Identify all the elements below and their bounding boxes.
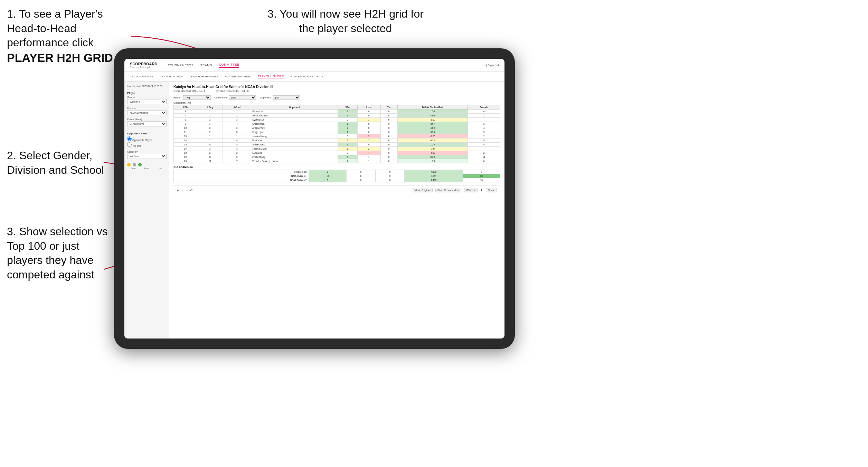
table-row: 522 Alexis Sudjianto 100 4.003 (174, 114, 500, 118)
back-icon[interactable]: ‹ (182, 189, 183, 192)
opponent-view-title: Opponent view (127, 132, 167, 135)
subnav-team-h2h-grid[interactable]: TEAM H2H GRID (160, 75, 183, 78)
download-icon[interactable]: ⬇ (480, 189, 483, 192)
out-div-row: NAIA Division 1 15 0 0 9.267 30 (174, 174, 500, 178)
player-rank-select[interactable]: 8. Katelyn Vo (127, 121, 167, 126)
col-rounds: Rounds (468, 105, 500, 109)
col-opponent: Opponent (251, 105, 338, 109)
tablet-frame: SCOREBOARD Powered by clippd TOURNAMENTS… (114, 48, 515, 349)
gender-select[interactable]: Women's Men's (127, 99, 167, 104)
save-custom-btn[interactable]: Save Custom View (435, 188, 461, 192)
colour-label: Colour by (127, 151, 167, 153)
legend-dots (127, 163, 167, 166)
table-row: 311 Esther Lee 100 1.504 (174, 109, 500, 114)
timestamp: Last Updated: 27/03/2024 16:55:38 (127, 85, 167, 87)
col-win: Win (338, 105, 357, 109)
out-div-table: Foreign Team 1 0 0 4.500 2 NAIA Division… (173, 170, 500, 182)
col-div: # Div (174, 105, 197, 109)
filter-row: Region (All) Conference (All) Opponent (… (173, 95, 500, 100)
bottom-toolbar: ↩ ‹ › ↺ ⋯ View: Original Save Custom Vie… (173, 185, 500, 195)
filter-region-label: Region (173, 96, 181, 99)
main-content: Last Updated: 27/03/2024 16:55:38 Player… (124, 82, 504, 339)
subnav-team-summary[interactable]: TEAM SUMMARY (130, 75, 154, 78)
right-panel: Katelyn Vo Head-to-Head Grid for Women's… (169, 82, 504, 339)
col-diff: Diff Av Strokes/Rnd (397, 105, 468, 109)
filter-conference-select[interactable]: (All) (229, 95, 256, 100)
undo-icon[interactable]: ↩ (177, 189, 180, 192)
subnav-team-h2h-heatmap[interactable]: TEAM H2H HEATMAP (189, 75, 219, 78)
table-row: 1585 Stella Cheng 100 1.254 (174, 143, 500, 147)
filter-region-select[interactable]: (All) (183, 95, 211, 100)
legend-labels: Down Level Up (127, 167, 167, 169)
table-row: 1474 Eunice Yi 220 0.389 (174, 139, 500, 143)
grid-title: Katelyn Vo Head-to-Head Grid for Women's… (173, 85, 500, 89)
legend-dot-level (133, 163, 136, 166)
colour-select[interactable]: Win/loss (127, 154, 167, 159)
player-section-title: Player (127, 92, 167, 95)
gender-label: Gender (127, 96, 167, 98)
forward-icon[interactable]: › (186, 189, 187, 192)
col-conf: # Conf (223, 105, 251, 109)
instruction-step2: 2. Select Gender, Division and School (7, 149, 107, 177)
nav-item-teams[interactable]: TEAMS (200, 64, 212, 67)
opponents-label: Opponents: (All) (173, 102, 500, 104)
out-div-table-body: Foreign Team 1 0 0 4.500 2 NAIA Division… (174, 170, 500, 182)
share-btn[interactable]: Share (486, 188, 497, 192)
table-row: 19106 Emily Chang 410 0.3011 (174, 155, 500, 159)
grid-records: Overall Record: 353 - 34 - 6 Division Re… (173, 89, 500, 93)
radio-top100[interactable]: Top 100 (127, 142, 167, 147)
h2h-table-body: 311 Esther Lee 100 1.504 522 Alexis Sudj… (174, 109, 500, 163)
col-tie: Tie (380, 105, 397, 109)
col-reg: # Reg (197, 105, 223, 109)
table-row: 1063 Andrea York 200 4.004 (174, 126, 500, 130)
division-label: Division (127, 107, 167, 109)
nav-item-tournaments[interactable]: TOURNAMENTS (168, 64, 194, 67)
col-loss: Loss (357, 105, 380, 109)
legend-dot-down (127, 163, 131, 166)
h2h-header-row: # Div # Reg # Conf Opponent Win Loss Tie… (174, 105, 500, 109)
tablet-screen: SCOREBOARD Powered by clippd TOURNAMENTS… (124, 59, 504, 339)
table-row: 20117 Federica Domecq Lacroze 210 1.336 (174, 159, 500, 163)
table-row: 1125 Heejo Hyun 100 3.333 (174, 130, 500, 134)
player-rank-label: Player (Rank) (127, 118, 167, 121)
legend-dot-up (138, 163, 142, 166)
colour-section: Colour by Win/loss Down Level Up (127, 151, 167, 169)
instruction-step3-right: 3. You will now see H2H grid for the pla… (259, 7, 432, 36)
reset-icon[interactable]: ↺ (190, 189, 193, 192)
app-logo: SCOREBOARD Powered by clippd (130, 62, 157, 68)
table-row: 914 Sharon Mun 100 3.673 (174, 122, 500, 126)
nav-item-committee[interactable]: COMMITTEE (219, 63, 239, 68)
opponent-view-section: Opponent view Opponents Played Top 100 (127, 132, 167, 147)
table-row: 633 Sydney Kuo 010 -1.00 (174, 118, 500, 122)
subnav-player-h2h-grid[interactable]: PLAYER H2H GRID (258, 75, 284, 78)
radio-group: Opponents Played Top 100 (127, 136, 167, 147)
sign-out-button[interactable]: ↑ | Sign out (483, 64, 499, 67)
table-row: 1311 Jessica Huang 030 -3.002 (174, 134, 500, 139)
settings-icon[interactable]: ⋯ (196, 189, 199, 192)
subnav-player-h2h-heatmap[interactable]: PLAYER H2H HEATMAP (291, 75, 323, 78)
out-div-row: Foreign Team 1 0 0 4.500 2 (174, 170, 500, 174)
instruction-step3-left: 3. Show selection vs Top 100 or just pla… (7, 225, 109, 282)
filter-opponent-select[interactable]: (All) (273, 95, 300, 100)
sub-nav: TEAM SUMMARY TEAM H2H GRID TEAM H2H HEAT… (124, 72, 504, 82)
watch-btn[interactable]: Watch ▾ (464, 188, 478, 192)
h2h-table: # Div # Reg # Conf Opponent Win Loss Tie… (173, 105, 500, 163)
h2h-table-header: # Div # Reg # Conf Opponent Win Loss Tie… (174, 105, 500, 109)
table-row: 1633 Jessica Mason 120 -0.947 (174, 147, 500, 151)
division-select[interactable]: NCAA Division III NCAA Division I NCAA D… (127, 110, 167, 115)
app-nav: SCOREBOARD Powered by clippd TOURNAMENTS… (124, 59, 504, 72)
filter-opponent-label: Opponent (260, 96, 271, 99)
out-div-row: NCAA Division 2 5 0 0 7.400 10 (174, 178, 500, 182)
radio-opponents-played[interactable]: Opponents Played (127, 136, 167, 141)
table-row: 1822 Euna Lee 040 -5.002 (174, 151, 500, 155)
subnav-player-summary[interactable]: PLAYER SUMMARY (225, 75, 252, 78)
view-original-btn[interactable]: View: Original (413, 188, 433, 192)
left-panel: Last Updated: 27/03/2024 16:55:38 Player… (124, 82, 169, 339)
instruction-step1: 1. To see a Player's Head-to-Head perfor… (7, 7, 117, 65)
filter-conference-label: Conference (214, 96, 227, 99)
out-division-title: Out of division (173, 165, 500, 169)
